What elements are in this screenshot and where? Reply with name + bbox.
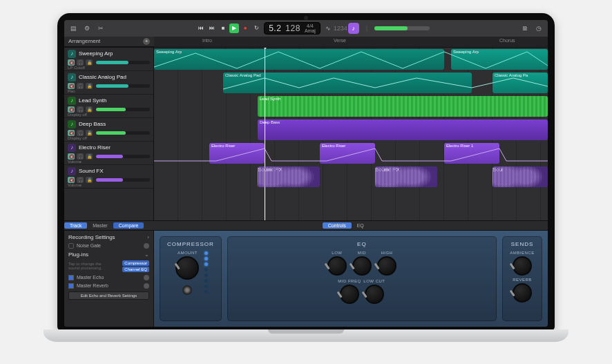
solo-button[interactable]: 🎧 [77,130,84,136]
tab-eq[interactable]: EQ [352,222,370,229]
track-header-5[interactable]: ♪Sound FX 🔇🎧🔒 Volume [64,165,153,189]
compressor-title: COMPRESSOR [167,241,214,247]
settings-icon[interactable]: ⚙ [82,23,92,33]
add-arrangement-button[interactable]: + [143,38,150,45]
app-window: ▤ ⚙ ✂ ⏮ ⏭ ■ ▶ ● ↻ 5.2 128 [64,20,548,327]
tab-track[interactable]: Track [64,222,87,229]
scissors-icon[interactable]: ✂ [96,23,106,33]
audio-region[interactable]: Sound FX [258,166,320,187]
high-label: HIGH [381,251,392,255]
track-header-1[interactable]: ♪Classic Analog Pad 🔇🎧🔒 Pan [64,71,153,95]
tempo-display: 128 [285,23,300,33]
countoff-icon[interactable]: 1234 [336,23,345,33]
arrange-area[interactable]: Sweeping Arp Sweeping Arp Classic Analog… [154,48,548,220]
timeline-ruler[interactable]: Intro Verse Chorus [154,37,548,47]
play-button[interactable]: ▶ [229,23,239,33]
record-button[interactable]: ● [240,23,250,33]
region[interactable]: Sweeping Arp [154,49,444,70]
mute-button[interactable]: 🔇 [68,106,75,113]
compressor-bypass-button[interactable] [182,285,192,295]
track-header-3[interactable]: ♪Deep Bass 🔇🎧🔒 Display off [64,118,153,142]
lock-button[interactable]: 🔒 [86,177,93,183]
plugins-header[interactable]: Plug-ins [68,251,88,258]
compressor-panel: COMPRESSOR AMOUNT [160,236,222,321]
master-volume-slider[interactable] [374,26,430,30]
cycle-button[interactable]: ↻ [251,23,261,33]
volume-slider[interactable] [96,155,150,158]
compressor-amount-knob[interactable] [175,256,199,280]
eq-lowcut-knob[interactable] [365,285,384,304]
eq-mid-knob[interactable] [352,256,372,276]
automation-param: Volume [68,183,82,187]
stop-button[interactable]: ■ [218,23,228,33]
notepad-icon[interactable]: 🗎 [520,23,530,33]
region[interactable]: Classic Analog Pad [223,73,472,93]
tuner-icon[interactable]: ∿ [323,23,333,33]
track-header-2[interactable]: ♪Lead Synth 🔇🎧🔒 Display off [64,95,153,118]
lock-button[interactable]: 🔒 [86,153,93,160]
noise-gate-checkbox[interactable] [68,243,74,249]
audio-region[interactable]: Sound FX [375,166,437,187]
audio-region[interactable]: Sou [493,166,548,187]
instrument-icon: ♪ [68,97,76,105]
mute-button[interactable]: 🔇 [68,177,75,183]
noise-gate-knob[interactable] [144,243,149,249]
region[interactable]: Lead Synth [258,96,548,117]
track-header-4[interactable]: ♪Electro Riser 🔇🎧🔒 Volume [64,142,153,165]
master-echo-knob[interactable] [144,275,149,280]
solo-button[interactable]: 🎧 [77,153,84,160]
eq-low-knob[interactable] [327,256,347,276]
region[interactable]: Sweeping Arp [451,49,548,70]
library-icon[interactable]: ▤ [68,23,78,33]
master-reverb-knob[interactable] [144,283,149,289]
marker-verse: Verse [334,38,346,43]
tab-compare[interactable]: Compare [113,222,144,229]
lock-button[interactable]: 🔒 [86,83,93,89]
solo-button[interactable]: 🎧 [77,106,84,113]
ambience-knob[interactable] [513,256,532,276]
region[interactable]: Electro Riser 1 [444,143,499,164]
volume-slider[interactable] [96,178,150,182]
instrument-icon: ♪ [68,167,76,175]
forward-button[interactable]: ⏭ [207,23,217,33]
solo-button[interactable]: 🎧 [77,177,84,183]
tab-master[interactable]: Master [87,222,113,229]
volume-slider[interactable] [96,108,150,111]
playhead[interactable] [265,48,265,220]
eq-high-knob[interactable] [377,256,396,276]
master-reverb-label: Master Reverb [77,283,108,288]
edit-echo-reverb-button[interactable]: Edit Echo and Reverb Settings [68,291,149,300]
solo-button[interactable]: 🎧 [77,83,84,89]
lcd-display[interactable]: 5.2 128 4/4 Amaj [264,22,321,35]
region[interactable]: Electro Riser [209,143,265,164]
mute-button[interactable]: 🔇 [68,130,75,136]
mute-button[interactable]: 🔇 [68,83,75,89]
master-echo-checkbox[interactable] [68,275,74,280]
tab-controls[interactable]: Controls [323,222,352,229]
automation-param: Pan [68,89,75,93]
lock-button[interactable]: 🔒 [86,106,93,113]
volume-slider[interactable] [96,84,150,88]
master-reverb-checkbox[interactable] [68,283,74,289]
solo-button[interactable]: 🎧 [77,59,84,66]
plugin-compressor[interactable]: Compressor [122,260,149,266]
rewind-button[interactable]: ⏮ [196,23,206,33]
mute-button[interactable]: 🔇 [68,153,75,160]
reverb-knob[interactable] [513,283,532,303]
recording-settings-header[interactable]: Recording Settings [68,234,115,240]
plugin-channel-eq[interactable]: Channel EQ [122,267,149,272]
mute-button[interactable]: 🔇 [68,59,75,66]
metronome-button[interactable]: ♪ [348,23,359,34]
region[interactable]: Electro Riser [320,143,375,164]
volume-slider[interactable] [96,61,150,64]
track-header-0[interactable]: ♪Sweeping Arp 🔇🎧🔒 LP Cutoff [64,48,153,71]
ambience-label: AMBIENCE [510,251,534,255]
region[interactable]: Deep Bass [258,119,548,140]
lock-button[interactable]: 🔒 [86,130,93,136]
volume-slider[interactable] [96,131,150,135]
track-name: Electro Riser [79,144,111,151]
lock-button[interactable]: 🔒 [86,59,93,66]
loop-browser-icon[interactable]: ◷ [534,23,544,33]
eq-midfreq-knob[interactable] [340,285,359,304]
region[interactable]: Classic Analog Pa [493,73,548,93]
